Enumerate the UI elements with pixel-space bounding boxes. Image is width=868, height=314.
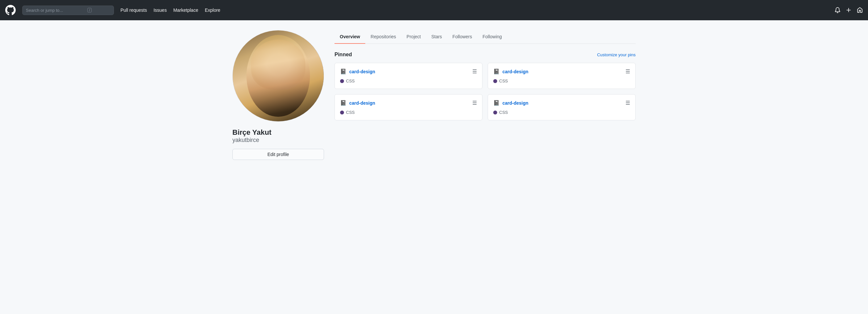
repo-card-header: 📓 card-design ☰ bbox=[493, 100, 630, 106]
repo-language: CSS bbox=[493, 78, 630, 84]
tab-repositories[interactable]: Repositories bbox=[365, 30, 401, 44]
lang-label: CSS bbox=[346, 78, 355, 84]
repo-card-title: 📓 card-design bbox=[493, 100, 528, 106]
repo-name-link[interactable]: card-design bbox=[349, 100, 375, 106]
sidebar: Birçe Yakut yakutbirce Edit profile bbox=[232, 30, 324, 160]
pinned-header: Pinned Customize your pins bbox=[335, 52, 636, 58]
lang-label: CSS bbox=[499, 78, 508, 84]
repo-menu-icon[interactable]: ☰ bbox=[472, 100, 477, 106]
lang-dot bbox=[493, 111, 497, 115]
avatar bbox=[232, 30, 324, 122]
repo-name-link[interactable]: card-design bbox=[349, 69, 375, 74]
pinned-title: Pinned bbox=[335, 52, 352, 58]
tab-project[interactable]: Project bbox=[401, 30, 426, 44]
lang-dot bbox=[340, 79, 344, 83]
repo-card-title: 📓 card-design bbox=[493, 68, 528, 74]
notifications-button[interactable] bbox=[835, 7, 840, 13]
repo-menu-icon[interactable]: ☰ bbox=[625, 100, 630, 106]
navbar-actions bbox=[835, 7, 863, 13]
tab-followers[interactable]: Followers bbox=[447, 30, 477, 44]
repo-language: CSS bbox=[493, 110, 630, 115]
home-button[interactable] bbox=[857, 7, 863, 13]
github-logo[interactable] bbox=[5, 5, 16, 15]
lang-dot bbox=[493, 79, 497, 83]
repo-card-header: 📓 card-design ☰ bbox=[340, 68, 477, 74]
repo-card: 📓 card-design ☰ CSS bbox=[335, 94, 483, 120]
marketplace-link[interactable]: Marketplace bbox=[173, 7, 198, 13]
pinned-repos-grid: 📓 card-design ☰ CSS 📓 card-design ☰ bbox=[335, 63, 636, 120]
lang-label: CSS bbox=[346, 110, 355, 115]
lang-dot bbox=[340, 111, 344, 115]
repo-card-title: 📓 card-design bbox=[340, 68, 375, 74]
user-fullname: Birçe Yakut bbox=[232, 128, 324, 137]
main-container: Birçe Yakut yakutbirce Edit profile Over… bbox=[224, 20, 644, 170]
search-bar[interactable]: / bbox=[22, 6, 114, 15]
new-item-button[interactable] bbox=[846, 7, 851, 13]
lang-label: CSS bbox=[499, 110, 508, 115]
repo-language: CSS bbox=[340, 78, 477, 84]
repo-language: CSS bbox=[340, 110, 477, 115]
repo-card-title: 📓 card-design bbox=[340, 100, 375, 106]
profile-tabs: Overview Repositories Project Stars Foll… bbox=[335, 30, 636, 44]
explore-link[interactable]: Explore bbox=[205, 7, 220, 13]
tab-following[interactable]: Following bbox=[477, 30, 507, 44]
search-input[interactable] bbox=[26, 8, 85, 13]
repo-card-header: 📓 card-design ☰ bbox=[493, 68, 630, 74]
customize-pins-link[interactable]: Customize your pins bbox=[597, 52, 636, 57]
repo-icon: 📓 bbox=[340, 100, 347, 106]
navbar: / Pull requests Issues Marketplace Explo… bbox=[0, 0, 868, 20]
tab-overview[interactable]: Overview bbox=[335, 30, 365, 44]
pull-requests-link[interactable]: Pull requests bbox=[120, 7, 147, 13]
repo-name-link[interactable]: card-design bbox=[502, 69, 528, 74]
tab-stars[interactable]: Stars bbox=[426, 30, 447, 44]
profile-content: Overview Repositories Project Stars Foll… bbox=[335, 30, 636, 160]
repo-card: 📓 card-design ☰ CSS bbox=[335, 63, 483, 89]
user-username: yakutbirce bbox=[232, 137, 324, 144]
navbar-links: Pull requests Issues Marketplace Explore bbox=[120, 7, 828, 13]
repo-menu-icon[interactable]: ☰ bbox=[625, 68, 630, 74]
edit-profile-button[interactable]: Edit profile bbox=[232, 149, 324, 160]
repo-icon: 📓 bbox=[340, 68, 347, 74]
repo-menu-icon[interactable]: ☰ bbox=[472, 68, 477, 74]
issues-link[interactable]: Issues bbox=[154, 7, 166, 13]
repo-card-header: 📓 card-design ☰ bbox=[340, 100, 477, 106]
repo-icon: 📓 bbox=[493, 100, 500, 106]
repo-icon: 📓 bbox=[493, 68, 500, 74]
repo-name-link[interactable]: card-design bbox=[502, 100, 528, 106]
repo-card: 📓 card-design ☰ CSS bbox=[488, 63, 636, 89]
repo-card: 📓 card-design ☰ CSS bbox=[488, 94, 636, 120]
slash-key: / bbox=[87, 8, 92, 12]
